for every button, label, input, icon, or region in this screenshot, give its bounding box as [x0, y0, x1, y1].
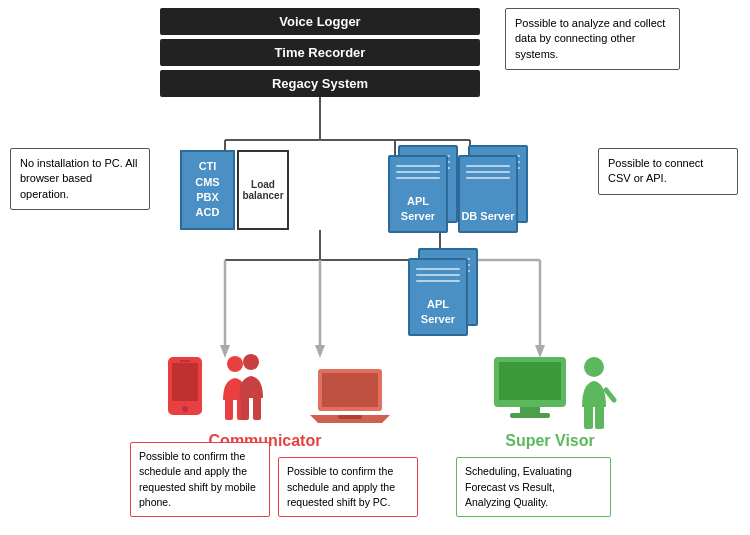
- svg-line-37: [606, 390, 614, 400]
- apl-server2-group: APL Server: [408, 248, 480, 338]
- svg-marker-13: [315, 345, 325, 358]
- top-right-note: Possible to analyze and collect data by …: [505, 8, 680, 70]
- svg-point-34: [584, 357, 604, 377]
- mobile-phone-icon: [160, 355, 210, 425]
- svg-point-19: [182, 406, 188, 412]
- left-middle-note-text: No installation to PC. All browser based…: [20, 157, 137, 200]
- voice-logger-box: Voice Logger: [160, 8, 480, 35]
- svg-rect-18: [172, 363, 198, 401]
- svg-rect-36: [595, 405, 604, 429]
- load-balancer-box: Load balancer: [237, 150, 289, 230]
- right-middle-note: Possible to connect CSV or API.: [598, 148, 738, 195]
- cti-box: CTI CMS PBX ACD: [180, 150, 235, 230]
- mobile-desc-text: Possible to confirm the schedule and app…: [139, 450, 256, 508]
- svg-rect-28: [322, 373, 378, 407]
- apl-server-group: APL Server: [388, 145, 460, 235]
- laptop-icon: [310, 365, 390, 430]
- right-middle-note-text: Possible to connect CSV or API.: [608, 157, 703, 184]
- pc-desc-box: Possible to confirm the schedule and app…: [278, 457, 418, 517]
- svg-rect-35: [584, 405, 593, 429]
- apl-server-label: APL Server: [390, 194, 446, 223]
- people-icon: [215, 350, 270, 425]
- svg-rect-31: [499, 362, 561, 400]
- svg-point-24: [243, 354, 259, 370]
- mobile-desc-box: Possible to confirm the schedule and app…: [130, 442, 270, 517]
- middle-components: CTI CMS PBX ACD Load balancer: [180, 150, 289, 230]
- svg-rect-32: [520, 407, 540, 413]
- pc-desc-text: Possible to confirm the schedule and app…: [287, 465, 395, 507]
- supervisor-desc-box: Scheduling, Evaluating Forecast vs Resul…: [456, 457, 611, 517]
- top-systems-group: Voice Logger Time Recorder Regacy System: [160, 8, 480, 101]
- cti-label: CTI CMS PBX ACD: [195, 159, 219, 221]
- supervisor-label: Super Visor: [470, 432, 630, 450]
- time-recorder-box: Time Recorder: [160, 39, 480, 66]
- svg-point-21: [227, 356, 243, 372]
- db-server-group: DB Server: [458, 145, 530, 235]
- svg-rect-22: [225, 398, 233, 420]
- apl-server2-label: APL Server: [410, 297, 466, 326]
- left-middle-note: No installation to PC. All browser based…: [10, 148, 150, 210]
- svg-rect-26: [253, 396, 261, 420]
- regacy-system-box: Regacy System: [160, 70, 480, 97]
- monitor-icon: [490, 355, 570, 420]
- svg-rect-29: [338, 415, 362, 419]
- db-server-label: DB Server: [461, 209, 514, 223]
- load-balancer-label: Load balancer: [242, 179, 283, 201]
- svg-rect-25: [241, 396, 249, 420]
- supervisor-person-icon: [572, 355, 617, 430]
- svg-rect-33: [510, 413, 550, 418]
- top-right-note-text: Possible to analyze and collect data by …: [515, 17, 665, 60]
- supervisor-desc-text: Scheduling, Evaluating Forecast vs Resul…: [465, 465, 572, 507]
